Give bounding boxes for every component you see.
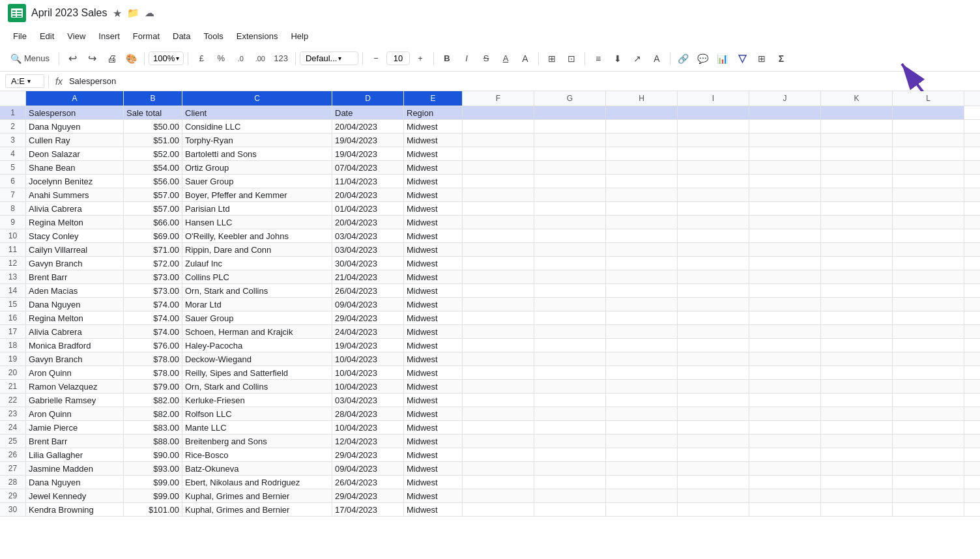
- cell-saletotal-13[interactable]: $73.00: [124, 270, 182, 283]
- menu-insert[interactable]: Insert: [93, 29, 125, 44]
- cell-date-29[interactable]: 29/04/2023: [332, 489, 404, 502]
- cell-client-19[interactable]: Deckow-Wiegand: [182, 352, 332, 366]
- cell-saletotal-2[interactable]: $50.00: [124, 120, 182, 133]
- cell-salesperson-13[interactable]: Brent Barr: [26, 270, 124, 283]
- cell-region-4[interactable]: Midwest: [404, 147, 463, 160]
- table-row[interactable]: 10 Stacy Conley $69.00 O'Reilly, Keebler…: [0, 229, 980, 243]
- cell-saletotal-9[interactable]: $66.00: [124, 216, 182, 229]
- text-align-button[interactable]: A: [648, 50, 666, 68]
- comment-button[interactable]: 💬: [694, 50, 712, 68]
- link-button[interactable]: 🔗: [674, 50, 693, 68]
- cell-region-18[interactable]: Midwest: [404, 339, 463, 352]
- cell-date-10[interactable]: 03/04/2023: [332, 229, 404, 242]
- cell-salesperson-6[interactable]: Jocelynn Benitez: [26, 175, 124, 188]
- cell-region-20[interactable]: Midwest: [404, 366, 463, 379]
- table-row[interactable]: 11 Cailyn Villarreal $71.00 Rippin, Dare…: [0, 243, 980, 257]
- cell-client-27[interactable]: Batz-Okuneva: [182, 462, 332, 475]
- cell-region-19[interactable]: Midwest: [404, 352, 463, 366]
- cell-client-7[interactable]: Boyer, Pfeffer and Kemmer: [182, 188, 332, 201]
- cell-region-11[interactable]: Midwest: [404, 243, 463, 256]
- table-row[interactable]: 30 Kendra Browning $101.00 Kuphal, Grime…: [0, 503, 980, 517]
- table-row[interactable]: 22 Gabrielle Ramsey $82.00 Kerluke-Fries…: [0, 394, 980, 407]
- header-date[interactable]: Date: [332, 106, 404, 119]
- cell-salesperson-8[interactable]: Alivia Cabrera: [26, 202, 124, 215]
- cell-client-16[interactable]: Sauer Group: [182, 311, 332, 324]
- cell-region-30[interactable]: Midwest: [404, 503, 463, 516]
- table-row[interactable]: 4 Deon Salazar $52.00 Bartoletti and Son…: [0, 147, 980, 161]
- cell-saletotal-5[interactable]: $54.00: [124, 161, 182, 174]
- cell-region-3[interactable]: Midwest: [404, 134, 463, 147]
- cell-salesperson-16[interactable]: Regina Melton: [26, 311, 124, 324]
- currency-button[interactable]: £: [192, 50, 210, 68]
- menus-button[interactable]: 🔍 Menus: [5, 50, 55, 68]
- table-row[interactable]: 28 Dana Nguyen $99.00 Ebert, Nikolaus an…: [0, 476, 980, 489]
- table-row[interactable]: 27 Jasmine Madden $93.00 Batz-Okuneva 09…: [0, 462, 980, 476]
- cell-region-29[interactable]: Midwest: [404, 489, 463, 502]
- cell-date-11[interactable]: 03/04/2023: [332, 243, 404, 256]
- table-row[interactable]: 5 Shane Bean $54.00 Ortiz Group 07/04/20…: [0, 161, 980, 175]
- cell-salesperson-29[interactable]: Jewel Kennedy: [26, 489, 124, 502]
- cell-saletotal-23[interactable]: $82.00: [124, 407, 182, 420]
- cell-date-20[interactable]: 10/04/2023: [332, 366, 404, 379]
- cell-region-14[interactable]: Midwest: [404, 284, 463, 297]
- menu-view[interactable]: View: [62, 29, 91, 44]
- cell-region-24[interactable]: Midwest: [404, 421, 463, 434]
- cell-region-25[interactable]: Midwest: [404, 435, 463, 448]
- cell-salesperson-23[interactable]: Aron Quinn: [26, 407, 124, 420]
- percent-button[interactable]: %: [212, 50, 230, 68]
- cell-date-3[interactable]: 19/04/2023: [332, 134, 404, 147]
- table-row[interactable]: 6 Jocelynn Benitez $56.00 Sauer Group 11…: [0, 175, 980, 188]
- cell-date-22[interactable]: 03/04/2023: [332, 394, 404, 407]
- cell-client-4[interactable]: Bartoletti and Sons: [182, 147, 332, 160]
- table-row[interactable]: 16 Regina Melton $74.00 Sauer Group 29/0…: [0, 311, 980, 325]
- table-row[interactable]: 17 Alivia Cabrera $74.00 Schoen, Herman …: [0, 325, 980, 339]
- cell-saletotal-30[interactable]: $101.00: [124, 503, 182, 516]
- cell-client-6[interactable]: Sauer Group: [182, 175, 332, 188]
- cell-date-26[interactable]: 29/04/2023: [332, 448, 404, 461]
- cell-client-2[interactable]: Considine LLC: [182, 120, 332, 133]
- merge-button[interactable]: ⊡: [562, 50, 581, 68]
- col-header-l[interactable]: L: [893, 91, 964, 106]
- menu-help[interactable]: Help: [285, 29, 313, 44]
- cell-saletotal-28[interactable]: $99.00: [124, 476, 182, 489]
- cell-salesperson-20[interactable]: Aron Quinn: [26, 366, 124, 379]
- header-client[interactable]: Client: [182, 106, 332, 119]
- cell-salesperson-10[interactable]: Stacy Conley: [26, 229, 124, 242]
- cell-client-15[interactable]: Morar Ltd: [182, 298, 332, 311]
- menu-format[interactable]: Format: [128, 29, 165, 44]
- table-row[interactable]: 7 Anahi Summers $57.00 Boyer, Pfeffer an…: [0, 188, 980, 202]
- menu-edit[interactable]: Edit: [35, 29, 59, 44]
- table-row[interactable]: 21 Ramon Velazquez $79.00 Orn, Stark and…: [0, 380, 980, 394]
- cell-date-28[interactable]: 26/04/2023: [332, 476, 404, 489]
- functions-button[interactable]: Σ: [772, 50, 790, 68]
- cell-date-18[interactable]: 19/04/2023: [332, 339, 404, 352]
- header-region[interactable]: Region: [404, 106, 463, 119]
- cell-saletotal-15[interactable]: $74.00: [124, 298, 182, 311]
- cell-date-25[interactable]: 12/04/2023: [332, 435, 404, 448]
- cell-saletotal-16[interactable]: $74.00: [124, 311, 182, 324]
- cell-region-15[interactable]: Midwest: [404, 298, 463, 311]
- print-button[interactable]: 🖨: [102, 50, 121, 68]
- cell-salesperson-9[interactable]: Regina Melton: [26, 216, 124, 229]
- cell-saletotal-3[interactable]: $51.00: [124, 134, 182, 147]
- cell-salesperson-7[interactable]: Anahi Summers: [26, 188, 124, 201]
- cell-saletotal-17[interactable]: $74.00: [124, 325, 182, 338]
- paint-format-button[interactable]: 🎨: [122, 50, 140, 68]
- cell-date-12[interactable]: 30/04/2023: [332, 257, 404, 270]
- cell-date-13[interactable]: 21/04/2023: [332, 270, 404, 283]
- underline-button[interactable]: A: [497, 50, 515, 68]
- rotation-button[interactable]: ↗: [628, 50, 646, 68]
- increase-font-button[interactable]: +: [411, 50, 429, 68]
- cell-salesperson-28[interactable]: Dana Nguyen: [26, 476, 124, 489]
- cell-date-14[interactable]: 26/04/2023: [332, 284, 404, 297]
- cell-saletotal-21[interactable]: $79.00: [124, 380, 182, 393]
- cell-date-2[interactable]: 20/04/2023: [332, 120, 404, 133]
- cell-date-15[interactable]: 09/04/2023: [332, 298, 404, 311]
- cell-region-7[interactable]: Midwest: [404, 188, 463, 201]
- more-button[interactable]: ⊞: [753, 50, 771, 68]
- col-header-h[interactable]: H: [606, 91, 678, 106]
- col-header-k[interactable]: K: [821, 91, 893, 106]
- cell-saletotal-12[interactable]: $72.00: [124, 257, 182, 270]
- cell-client-13[interactable]: Collins PLC: [182, 270, 332, 283]
- cell-saletotal-4[interactable]: $52.00: [124, 147, 182, 160]
